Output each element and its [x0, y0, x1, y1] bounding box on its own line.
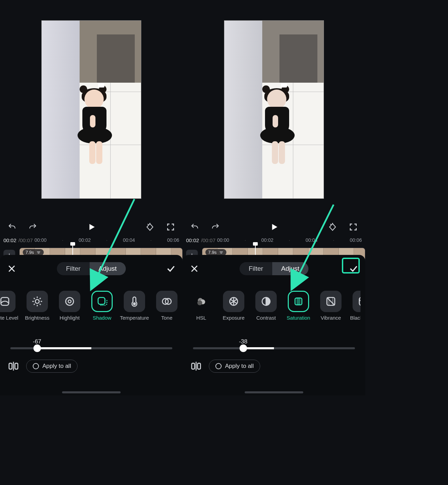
- slider-thumb[interactable]: [240, 344, 247, 352]
- tool-black-level[interactable]: Black Level: [349, 291, 360, 327]
- svg-rect-22: [192, 363, 195, 369]
- slider-track[interactable]: [10, 347, 172, 349]
- radio-icon: [215, 363, 222, 369]
- tool-vibrance[interactable]: Vibrance: [317, 291, 345, 327]
- timeline-ticks: 00:00· 00:02· 00:04· 00:06: [34, 235, 179, 245]
- tool-temperature[interactable]: Temperature: [121, 291, 148, 327]
- tool-contrast[interactable]: Contrast: [252, 291, 280, 327]
- tool-tone[interactable]: Tone: [153, 291, 178, 327]
- timeline-header: 00:02/00:07 00:00· 00:02· 00:04· 00:06: [0, 235, 183, 245]
- close-button[interactable]: [5, 262, 19, 276]
- tool-saturation[interactable]: Saturation: [285, 291, 312, 327]
- home-indicator: [245, 391, 303, 393]
- play-button[interactable]: [85, 221, 97, 233]
- tool-hsl[interactable]: HSL: [187, 291, 215, 327]
- tool-highlight[interactable]: Highlight: [56, 291, 83, 327]
- compare-icon[interactable]: [8, 360, 19, 372]
- vibrance-icon: [320, 291, 342, 312]
- svg-point-5: [133, 303, 135, 305]
- tool-label: Black Level: [350, 315, 360, 327]
- svg-rect-4: [98, 298, 105, 305]
- fullscreen-button[interactable]: [347, 221, 359, 233]
- contrast-icon: [255, 291, 277, 312]
- svg-point-14: [197, 300, 202, 305]
- value-slider: -67: [5, 338, 178, 349]
- tool-label: Brightness: [25, 315, 50, 327]
- adjust-tools[interactable]: HSLExposureContrastSaturationVibranceBla…: [187, 291, 360, 327]
- value-slider: -38: [187, 338, 360, 349]
- highlight-icon: [59, 291, 80, 312]
- apply-to-all-button[interactable]: Apply to all: [209, 360, 260, 373]
- timeline-header: 00:02/00:07 00:00· 00:02· 00:04· 00:06: [183, 235, 365, 245]
- video-preview[interactable]: [41, 20, 141, 199]
- svg-rect-11: [15, 363, 18, 369]
- exposure-icon: [223, 291, 244, 312]
- adjust-panel: Filter Adjust HSLExposureContrastSaturat…: [183, 255, 365, 395]
- apply-to-all-button[interactable]: Apply to all: [26, 360, 78, 373]
- transport-bar: [0, 219, 183, 235]
- tab-filter[interactable]: Filter: [57, 262, 89, 275]
- tool-exposure[interactable]: Exposure: [220, 291, 247, 327]
- total-duration: /00:07: [19, 237, 33, 243]
- keyframe-button[interactable]: [144, 221, 156, 233]
- svg-rect-20: [359, 298, 360, 306]
- shadow-icon: [91, 291, 113, 312]
- tab-filter[interactable]: Filter: [240, 262, 272, 275]
- redo-button[interactable]: [210, 221, 221, 233]
- editor-pane-right: 00:02/00:07 00:00· 00:02· 00:04· 00:06 +…: [183, 0, 365, 395]
- transport-bar: [183, 219, 365, 235]
- svg-rect-23: [197, 363, 201, 369]
- home-indicator: [62, 391, 121, 393]
- compare-icon[interactable]: [190, 360, 202, 372]
- slider-track[interactable]: [193, 347, 355, 349]
- svg-point-3: [68, 300, 71, 303]
- tab-adjust[interactable]: Adjust: [272, 262, 308, 275]
- svg-rect-18: [297, 298, 300, 305]
- play-button[interactable]: [268, 221, 280, 233]
- undo-button[interactable]: [6, 221, 18, 233]
- adjust-panel: Filter Adjust White LevelBrightnessHighl…: [0, 255, 183, 395]
- blacklevel-icon: [353, 291, 360, 312]
- tool-label: Saturation: [287, 315, 310, 327]
- slider-thumb[interactable]: [33, 344, 41, 352]
- whitelevel-icon: [0, 291, 16, 312]
- undo-button[interactable]: [189, 221, 201, 233]
- current-time: 00:02: [3, 237, 17, 243]
- svg-point-1: [35, 299, 39, 303]
- tool-label: HSL: [196, 315, 206, 327]
- mode-segmented: Filter Adjust: [57, 262, 125, 275]
- current-time: 00:02: [186, 237, 199, 243]
- apply-to-all-label: Apply to all: [225, 363, 254, 370]
- tab-adjust[interactable]: Adjust: [90, 262, 126, 275]
- radio-icon: [33, 363, 39, 369]
- tool-label: Shadow: [93, 315, 111, 327]
- hsl-icon: [191, 291, 212, 312]
- timeline-ticks: 00:00· 00:02· 00:04· 00:06: [217, 235, 362, 245]
- confirm-button[interactable]: [164, 262, 178, 276]
- tool-brightness[interactable]: Brightness: [23, 291, 51, 327]
- saturation-icon: [288, 291, 309, 312]
- redo-button[interactable]: [27, 221, 39, 233]
- slider-value: -38: [239, 338, 247, 345]
- video-preview[interactable]: [224, 20, 324, 199]
- mode-segmented: Filter Adjust: [240, 262, 308, 275]
- slider-value: -67: [33, 338, 41, 345]
- confirm-button[interactable]: [347, 262, 360, 276]
- svg-point-2: [66, 298, 74, 306]
- tool-white-level[interactable]: White Level: [0, 291, 19, 327]
- tool-label: Contrast: [256, 315, 276, 327]
- tone-icon: [156, 291, 177, 312]
- brightness-icon: [27, 291, 48, 312]
- fullscreen-button[interactable]: [165, 221, 176, 233]
- preview-area: [0, 0, 183, 219]
- preview-area: [183, 0, 365, 219]
- close-button[interactable]: [187, 262, 201, 276]
- tool-label: Exposure: [223, 315, 244, 327]
- tool-label: White Level: [0, 315, 18, 327]
- tool-label: Tone: [161, 315, 173, 327]
- adjust-tools[interactable]: White LevelBrightnessHighlightShadowTemp…: [0, 291, 178, 327]
- keyframe-button[interactable]: [327, 221, 338, 233]
- tool-shadow[interactable]: Shadow: [88, 291, 116, 327]
- total-duration: /00:07: [201, 237, 216, 243]
- tool-label: Highlight: [60, 315, 80, 327]
